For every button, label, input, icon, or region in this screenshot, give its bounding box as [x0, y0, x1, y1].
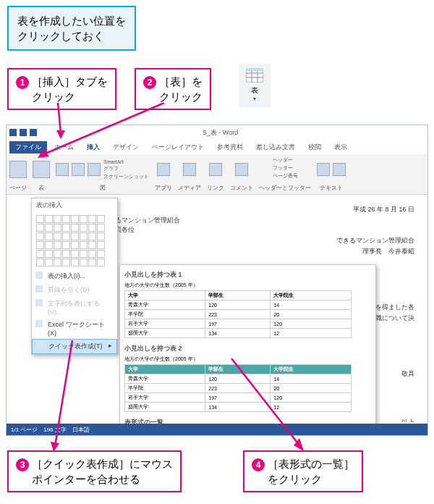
table-icon — [33, 161, 50, 178]
online-video-icon — [183, 163, 196, 176]
callout-1-text: ［挿入］タブを クリック — [32, 74, 108, 104]
online-picture-icon[interactable] — [72, 163, 85, 176]
status-page[interactable]: 1/1 ページ — [11, 426, 38, 434]
word-window: 5_表 - Word ファイル ホーム 挿入 デザイン ページレイアウト 参考資… — [6, 125, 428, 436]
step-number-1: 1 — [16, 76, 29, 89]
preview-table-2: 大学学部生大学院生 青森大学12014 半学院22320 岩手大学197120 … — [124, 364, 352, 412]
callout-4: 4［表形式の一覧］ をクリック — [243, 450, 363, 492]
table-dropdown: 表の挿入 表の挿入(I)... 罫線を引く(D) 文字列を表にする(V)... … — [31, 198, 118, 355]
chevron-down-icon: ▾ — [239, 96, 271, 102]
doc-line4: 理事長 今井泰昭 — [115, 247, 414, 256]
callout-1: 1［挿入］タブを クリック — [7, 68, 116, 110]
menu-excel-sheet[interactable]: Excel ワークシート(X) — [32, 318, 117, 339]
table-icon — [246, 68, 263, 83]
callout-3-text: ［クイック表作成］にマウス ポインターを合わせる — [32, 456, 173, 487]
tab-mail[interactable]: 差し込み文書 — [250, 141, 301, 154]
callout-2: 2［表］を クリック — [135, 68, 211, 110]
link-icon — [209, 163, 222, 176]
quick-tables-gallery: 小見出しを持つ表 1 地方の大学の学生数（2005 年） 大学学部生大学院生 青… — [119, 264, 376, 436]
screenshot-label[interactable]: スクリーンショット — [103, 173, 149, 180]
chart-label[interactable]: グラフ — [103, 165, 149, 172]
pages-icon — [9, 161, 27, 178]
callout-top: 表を作成したい位置を クリックしておく — [7, 6, 136, 51]
callout-3: 3［クイック表作成］にマウス ポインターを合わせる — [7, 450, 182, 492]
comment-icon — [235, 163, 248, 176]
ribbon-tabs: ファイル ホーム 挿入 デザイン ページレイアウト 参考資料 差し込み文書 校閲… — [7, 140, 427, 154]
tab-insert[interactable]: 挿入 — [81, 141, 106, 154]
tab-design[interactable]: デザイン — [107, 141, 145, 154]
doc-date: 平成 26 年 8 月 16 日 — [115, 205, 414, 214]
ribbon-group-pages[interactable]: ページ — [9, 156, 27, 192]
gallery-label-sub2: 小見出しを持つ表 2 — [124, 344, 371, 353]
chevron-right-icon: ▸ — [109, 342, 112, 349]
ribbon-group-headerfooter: ヘッダー フッター ページ番号 ヘッダーとフッター — [259, 156, 311, 192]
preview-table-1: 大学学部生大学院生 青森大学12014 半学院22320 岩手大学197120 … — [124, 290, 352, 338]
status-bar: 1/1 ページ 196 文字 日本語 — [7, 424, 427, 435]
ribbon-group-link[interactable]: リンク — [207, 156, 224, 192]
table-size-grid[interactable] — [32, 212, 117, 269]
doc-line1: るマンション管理組合 — [115, 216, 414, 225]
ribbon-group-table[interactable]: 表 — [33, 156, 50, 192]
callout-4-text: ［表形式の一覧］ をクリック — [268, 456, 354, 487]
ribbon: ページ 表 SmartArt グラフ スクリーンショット 図 アプリ メディア … — [7, 154, 427, 195]
tab-view[interactable]: 表示 — [328, 141, 353, 154]
doc-line3: できるマンション管理組合 — [115, 236, 414, 245]
ribbon-group-apps[interactable]: アプリ — [155, 156, 172, 192]
svg-marker-13 — [294, 438, 304, 451]
tab-layout[interactable]: ページレイアウト — [146, 141, 210, 154]
ribbon-group-media[interactable]: メディア — [178, 156, 201, 192]
step-number-3: 3 — [16, 458, 29, 471]
menu-draw-table[interactable]: 罫線を引く(D) — [32, 283, 117, 297]
menu-insert-table[interactable]: 表の挿入(I)... — [32, 269, 117, 283]
header-label[interactable]: ヘッダー — [273, 156, 293, 164]
dropdown-title: 表の挿入 — [32, 198, 117, 212]
menu-text-to-table: 文字列を表にする(V)... — [32, 297, 117, 318]
pagenum-label[interactable]: ページ番号 — [273, 172, 298, 180]
ribbon-group-text: テキスト — [317, 156, 346, 192]
callout-2-text: ［表］を クリック — [159, 74, 203, 104]
window-title: 5_表 - Word — [50, 128, 391, 138]
step-number-4: 4 — [252, 458, 265, 471]
gallery-item-sub2[interactable]: 小見出しを持つ表 2 地方の大学の学生数（2005 年） 大学学部生大学院生 青… — [124, 344, 371, 412]
step-number-2: 2 — [143, 76, 156, 89]
ribbon-group-illust: SmartArt グラフ スクリーンショット 図 — [56, 156, 149, 192]
apps-icon — [157, 163, 170, 176]
tab-home[interactable]: ホーム — [48, 141, 80, 154]
status-lang[interactable]: 日本語 — [72, 426, 90, 434]
title-bar: 5_表 - Word — [7, 125, 427, 140]
smartart-label[interactable]: SmartArt — [103, 159, 149, 164]
quick-access-toolbar[interactable] — [7, 129, 50, 136]
ribbon-group-comment[interactable]: コメント — [230, 156, 253, 192]
menu-quick-tables[interactable]: クイック表作成(T)▸ — [32, 339, 117, 354]
picture-icon[interactable] — [56, 163, 69, 176]
status-words[interactable]: 196 文字 — [43, 426, 67, 434]
greeting-icon[interactable] — [317, 163, 330, 176]
svg-rect-5 — [246, 68, 263, 71]
tab-references[interactable]: 参考資料 — [211, 141, 249, 154]
ribbon-button-table-large[interactable]: 表 ▾ — [239, 64, 271, 107]
gallery-label-sub1: 小見出しを持つ表 1 — [124, 270, 371, 280]
shapes-icon[interactable] — [88, 163, 101, 176]
doc-line2: 員各位 — [115, 225, 414, 235]
footer-label[interactable]: フッター — [273, 164, 293, 172]
gallery-item-sub1[interactable]: 小見出しを持つ表 1 地方の大学の学生数（2005 年） 大学学部生大学院生 青… — [124, 270, 371, 338]
table-button-label: 表 — [239, 85, 271, 96]
textbox-icon[interactable] — [333, 163, 346, 176]
tab-review[interactable]: 校閲 — [302, 141, 327, 154]
tab-file[interactable]: ファイル — [9, 141, 47, 154]
